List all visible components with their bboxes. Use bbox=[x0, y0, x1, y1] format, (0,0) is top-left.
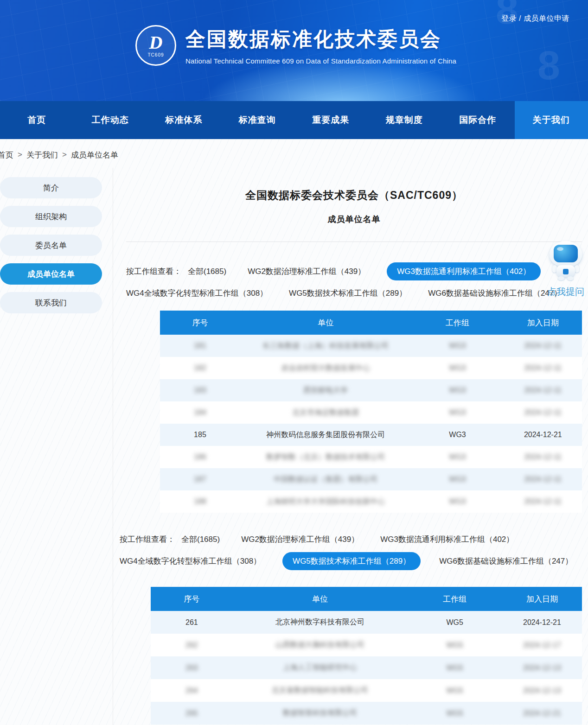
committee-logo-icon: D TC609 bbox=[135, 25, 176, 66]
ask-me-button[interactable]: 点我提问 bbox=[544, 286, 587, 298]
table-row: 183西安邮电大学WG32024-12-11 bbox=[160, 379, 582, 401]
col-workgroup: 工作组 bbox=[407, 594, 502, 604]
site-title-english: National Technical Committee 609 on Data… bbox=[185, 57, 456, 65]
filter-label: 按工作组查看： bbox=[120, 534, 175, 545]
site-banner: 8 8 登录 / 成员单位申请 D TC609 全国数据标准化技术委员会 Nat… bbox=[0, 0, 588, 101]
table-row-185: 185神州数码信息服务集团股份有限公司WG32024-12-21 bbox=[160, 424, 582, 446]
breadcrumb-member-list: 成员单位名单 bbox=[71, 150, 118, 160]
nav-item-standard-system[interactable]: 标准体系 bbox=[147, 101, 221, 139]
workgroup-filter-2: 按工作组查看： 全部(1685) WG2数据治理标准工作组（439） WG3数据… bbox=[120, 534, 582, 570]
table-row: 265数据智算科技有限公司WG52024-12-21 bbox=[151, 702, 582, 725]
table-row: 262山西数据大脑科技有限公司WG52024-12-17 bbox=[151, 634, 582, 656]
col-join-date: 加入日期 bbox=[502, 594, 582, 604]
breadcrumb-home[interactable]: 首页 bbox=[0, 150, 13, 160]
filter-wg6[interactable]: WG6数据基础设施标准工作组（247） bbox=[439, 556, 573, 566]
workgroup-filter-1: 按工作组查看： 全部(1685) WG2数据治理标准工作组（439） WG3数据… bbox=[126, 262, 582, 299]
page-title: 全国数据标委会技术委员会（SAC/TC609） bbox=[126, 188, 582, 203]
filter-all[interactable]: 全部(1685) bbox=[188, 266, 226, 277]
member-table-wg5: 序号 单位 工作组 加入日期 261北京神州数字科技有限公司WG52024-12… bbox=[151, 587, 582, 725]
sidebar-item-committee-members[interactable]: 委员名单 bbox=[0, 235, 102, 256]
assistant-widget: 点我提问 bbox=[544, 241, 587, 298]
col-index: 序号 bbox=[160, 318, 240, 328]
content-divider bbox=[126, 242, 582, 242]
filter-all[interactable]: 全部(1685) bbox=[181, 534, 220, 545]
filter-wg4[interactable]: WG4全域数字化转型标准工作组（308） bbox=[126, 288, 268, 299]
table-row: 184北京市海淀数据集团WG32024-12-11 bbox=[160, 401, 582, 424]
sidebar-item-structure[interactable]: 组织架构 bbox=[0, 206, 102, 227]
nav-item-regulations[interactable]: 规章制度 bbox=[368, 101, 441, 139]
breadcrumb: 首页 > 关于我们 > 成员单位名单 bbox=[0, 139, 588, 171]
page-subtitle: 成员单位名单 bbox=[126, 214, 582, 225]
brand: D TC609 全国数据标准化技术委员会 National Technical … bbox=[135, 25, 456, 66]
filter-wg3-selected[interactable]: WG3数据流通利用标准工作组（402） bbox=[387, 262, 541, 280]
logo-d-glyph: D bbox=[149, 33, 163, 52]
sidebar-item-member-units[interactable]: 成员单位名单 bbox=[0, 263, 102, 285]
sidebar: 简介 组织架构 委员名单 成员单位名单 联系我们 bbox=[0, 177, 102, 321]
filter-label: 按工作组查看： bbox=[126, 266, 181, 277]
nav-item-achievements[interactable]: 重要成果 bbox=[294, 101, 368, 139]
table-row: 263上海人工智能研究中心WG52024-12-13 bbox=[151, 656, 582, 679]
member-table-wg3: 序号 单位 工作组 加入日期 181长三角数据（上海）科技发展有限公司WG320… bbox=[160, 311, 582, 513]
sidebar-divider bbox=[113, 168, 113, 725]
col-index: 序号 bbox=[151, 594, 233, 604]
table-header-row: 序号 单位 工作组 加入日期 bbox=[151, 587, 582, 611]
sidebar-item-contact[interactable]: 联系我们 bbox=[0, 292, 102, 313]
breadcrumb-separator: > bbox=[18, 150, 22, 159]
table-row-261: 261北京神州数字科技有限公司WG52024-12-21 bbox=[151, 611, 582, 634]
filter-wg3[interactable]: WG3数据流通利用标准工作组（402） bbox=[380, 534, 514, 545]
nav-item-standard-search[interactable]: 标准查询 bbox=[221, 101, 294, 139]
filter-wg5[interactable]: WG5数据技术标准工作组（289） bbox=[289, 288, 407, 299]
col-workgroup: 工作组 bbox=[411, 318, 504, 328]
filter-wg2[interactable]: WG2数据治理标准工作组（439） bbox=[248, 266, 365, 277]
account-links: 登录 / 成员单位申请 bbox=[501, 14, 569, 24]
robot-mascot-icon[interactable] bbox=[549, 241, 583, 281]
breadcrumb-separator: > bbox=[62, 150, 67, 159]
logo-tc609-text: TC609 bbox=[147, 52, 164, 57]
table-row: 264北京某数据智能科技有限公司WG52024-12-13 bbox=[151, 679, 582, 702]
col-unit: 单位 bbox=[233, 594, 408, 604]
filter-wg6[interactable]: WG6数据基础设施标准工作组（247） bbox=[428, 288, 562, 299]
filter-wg5-selected[interactable]: WG5数据技术标准工作组（289） bbox=[282, 552, 421, 570]
table-row: 182农业农村部大数据发展中心WG32024-12-11 bbox=[160, 357, 582, 379]
table-row: 186数梦智数（北京）数据技术有限公司WG32024-12-11 bbox=[160, 446, 582, 468]
nav-item-news[interactable]: 工作动态 bbox=[74, 101, 147, 139]
nav-item-about-us[interactable]: 关于我们 bbox=[515, 101, 588, 139]
nav-item-home[interactable]: 首页 bbox=[0, 101, 74, 139]
login-link[interactable]: 登录 bbox=[501, 14, 517, 22]
member-apply-link[interactable]: 成员单位申请 bbox=[524, 14, 569, 22]
main-nav: 首页 工作动态 标准体系 标准查询 重要成果 规章制度 国际合作 关于我们 bbox=[0, 101, 588, 139]
site-title: 全国数据标准化技术委员会 bbox=[185, 26, 456, 53]
sidebar-item-intro[interactable]: 简介 bbox=[0, 177, 102, 198]
table-row: 188上海财经大学大学国际科技创新中心WG32024-12-11 bbox=[160, 490, 582, 513]
table-header-row: 序号 单位 工作组 加入日期 bbox=[160, 311, 582, 335]
filter-wg4[interactable]: WG4全域数字化转型标准工作组（308） bbox=[120, 556, 261, 566]
breadcrumb-about[interactable]: 关于我们 bbox=[26, 150, 58, 160]
col-join-date: 加入日期 bbox=[504, 318, 582, 328]
banner-decor-digit: 8 bbox=[537, 42, 560, 89]
col-unit: 单位 bbox=[240, 318, 411, 328]
filter-wg2[interactable]: WG2数据治理标准工作组（439） bbox=[241, 534, 359, 545]
table-row: 181长三角数据（上海）科技发展有限公司WG32024-12-11 bbox=[160, 335, 582, 357]
nav-item-international[interactable]: 国际合作 bbox=[441, 101, 515, 139]
table-row: 187中国数据认证（集团）有限公司WG32024-12-11 bbox=[160, 468, 582, 490]
